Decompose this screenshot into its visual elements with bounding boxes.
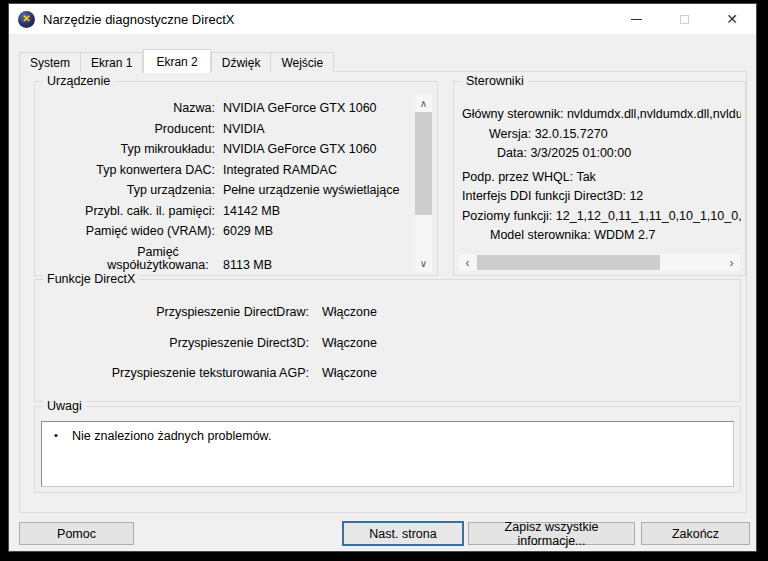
device-row-value: NVIDIA GeForce GTX 1060	[223, 143, 407, 157]
feature-row-value: Włączone	[322, 367, 732, 381]
driver-row-label: Data:	[497, 146, 527, 160]
notes-textbox[interactable]: • Nie znaleziono żadnych problemów.	[41, 421, 734, 487]
device-row-name: Nazwa: NVIDIA GeForce GTX 1060	[43, 102, 407, 116]
driver-row-main-driver: Główny sterownik: nvldumdx.dll,nvldumdx.…	[462, 108, 741, 122]
feature-row-value: Włączone	[322, 337, 732, 351]
dxdiag-window: ✕ Narzędzie diagnostyczne DirectX ✕ Syst…	[8, 3, 757, 552]
driver-row-value: Tak	[576, 170, 595, 184]
driver-row-whql: Podp. przez WHQL: Tak	[462, 171, 741, 185]
device-row-chip-type: Typ mikroukładu: NVIDIA GeForce GTX 1060	[43, 143, 407, 157]
feature-row-label: Przyspieszenie Direct3D:	[43, 337, 309, 351]
features-group-legend: Funkcje DirectX	[43, 272, 139, 286]
device-row-vram: Pamięć wideo (VRAM): 6029 MB	[43, 225, 407, 239]
feature-row-label: Przyspieszenie teksturowania AGP:	[43, 367, 309, 381]
driver-row-value: 32.0.15.7270	[535, 127, 608, 141]
driver-row-value: WDDM 2.7	[594, 228, 655, 242]
driver-row-value: 3/3/2025 01:00:00	[530, 146, 631, 160]
device-row-total-memory: Przybl. całk. il. pamięci: 14142 MB	[43, 205, 407, 219]
scroll-up-icon[interactable]: ∧	[415, 95, 432, 112]
title-bar: ✕ Narzędzie diagnostyczne DirectX ✕	[9, 4, 756, 34]
driver-row-date: Data: 3/3/2025 01:00:00	[462, 147, 741, 161]
save-all-information-button[interactable]: Zapisz wszystkie informacje...	[468, 522, 635, 545]
driver-row-value: 12	[629, 189, 643, 203]
drivers-group-legend: Sterowniki	[462, 74, 528, 88]
driver-row-label: Poziomy funkcji:	[462, 209, 552, 223]
tab-strip: System Ekran 1 Ekran 2 Dźwięk Wejście	[19, 48, 334, 72]
drivers-group: Sterowniki Główny sterownik: nvldumdx.dl…	[453, 81, 746, 276]
driver-row-version: Wersja: 32.0.15.7270	[462, 128, 741, 142]
scroll-down-icon[interactable]: ∨	[415, 255, 432, 272]
window-title: Narzędzie diagnostyczne DirectX	[43, 12, 234, 27]
exit-button[interactable]: Zakończ	[641, 522, 750, 545]
device-rows: Nazwa: NVIDIA GeForce GTX 1060 Producent…	[43, 102, 407, 280]
help-button[interactable]: Pomoc	[19, 522, 134, 545]
device-row-label: Producent:	[43, 123, 215, 137]
device-group-legend: Urządzenie	[43, 74, 114, 88]
close-button[interactable]: ✕	[708, 4, 756, 34]
tab-system[interactable]: System	[19, 52, 81, 72]
maximize-button	[660, 4, 708, 34]
device-row-manufacturer: Producent: NVIDIA	[43, 123, 407, 137]
driver-row-label: Wersja:	[489, 127, 531, 141]
driver-row-label: Interfejs DDI funkcji Direct3D:	[462, 189, 626, 203]
maximize-icon	[680, 15, 689, 24]
driver-row-value: 12_1,12_0,11_1,11_0,10_1,10_0,9_3	[556, 209, 741, 223]
bullet-icon: •	[54, 429, 72, 443]
device-row-label: Nazwa:	[43, 102, 215, 116]
close-icon: ✕	[726, 12, 738, 26]
tab-dzwiek[interactable]: Dźwięk	[211, 52, 272, 72]
driver-row-driver-model: Model sterownika: WDDM 2.7	[462, 229, 741, 243]
feature-row-directdraw: Przyspieszenie DirectDraw: Włączone	[43, 306, 732, 320]
features-rows: Przyspieszenie DirectDraw: Włączone Przy…	[43, 306, 732, 398]
notes-group-legend: Uwagi	[43, 399, 86, 413]
drivers-horizontal-scrollbar[interactable]: ‹ ›	[459, 254, 740, 271]
device-group: Urządzenie Nazwa: NVIDIA GeForce GTX 106…	[34, 81, 438, 276]
window-controls: ✕	[612, 4, 756, 34]
next-page-button[interactable]: Nast. strona	[342, 521, 464, 546]
tab-ekran-2[interactable]: Ekran 2	[143, 49, 210, 73]
tab-ekran-1[interactable]: Ekran 1	[81, 52, 143, 72]
drivers-rows: Główny sterownik: nvldumdx.dll,nvldumdx.…	[462, 108, 741, 249]
device-vertical-scrollbar[interactable]: ∧ ∨	[415, 95, 432, 272]
device-row-shared-memory: Pamięć współużytkowana: 8113 MB	[43, 246, 407, 273]
device-row-value: Pełne urządzenie wyświetlające	[223, 184, 407, 198]
driver-row-label: Główny sterownik:	[462, 108, 563, 121]
scroll-right-icon[interactable]: ›	[723, 254, 740, 271]
device-row-value: NVIDIA GeForce GTX 1060	[223, 102, 407, 116]
note-text: Nie znaleziono żadnych problemów.	[72, 429, 271, 443]
note-item: • Nie znaleziono żadnych problemów.	[42, 422, 733, 443]
feature-row-value: Włączone	[322, 306, 732, 320]
device-row-label: Przybl. całk. il. pamięci:	[43, 205, 215, 219]
device-row-label: Pamięć wideo (VRAM):	[43, 225, 215, 239]
driver-row-ddi: Interfejs DDI funkcji Direct3D: 12	[462, 190, 741, 204]
scroll-left-icon[interactable]: ‹	[459, 254, 476, 271]
device-row-value: 14142 MB	[223, 205, 407, 219]
device-row-value: NVIDIA	[223, 123, 407, 137]
minimize-button[interactable]	[612, 4, 660, 34]
notes-group: Uwagi • Nie znaleziono żadnych problemów…	[34, 406, 741, 493]
tab-wejscie[interactable]: Wejście	[271, 52, 334, 72]
dxdiag-app-icon: ✕	[18, 11, 35, 28]
horizontal-scroll-thumb[interactable]	[477, 255, 660, 270]
minimize-icon	[631, 19, 642, 20]
feature-row-agp-texture: Przyspieszenie teksturowania AGP: Włączo…	[43, 367, 732, 381]
device-row-dac-type: Typ konwertera DAC: Integrated RAMDAC	[43, 164, 407, 178]
device-row-value: 6029 MB	[223, 225, 407, 239]
driver-row-label: Model sterownika:	[490, 228, 591, 242]
driver-row-feature-levels: Poziomy funkcji: 12_1,12_0,11_1,11_0,10_…	[462, 210, 741, 224]
feature-row-label: Przyspieszenie DirectDraw:	[43, 306, 309, 320]
vertical-scroll-thumb[interactable]	[415, 112, 432, 215]
driver-row-value: nvldumdx.dll,nvldumdx.dll,nvldumdx.dll	[567, 108, 741, 121]
device-row-label: Typ mikroukładu:	[43, 143, 215, 157]
feature-row-direct3d: Przyspieszenie Direct3D: Włączone	[43, 337, 732, 351]
device-row-device-type: Typ urządzenia: Pełne urządzenie wyświet…	[43, 184, 407, 198]
device-row-value: Integrated RAMDAC	[223, 164, 407, 178]
device-row-label: Typ konwertera DAC:	[43, 164, 215, 178]
directx-features-group: Funkcje DirectX Przyspieszenie DirectDra…	[34, 279, 741, 402]
device-row-value: 8113 MB	[223, 259, 407, 273]
device-row-label: Typ urządzenia:	[43, 184, 215, 198]
driver-row-label: Podp. przez WHQL:	[462, 170, 573, 184]
device-row-label: Pamięć współużytkowana:	[101, 246, 215, 273]
